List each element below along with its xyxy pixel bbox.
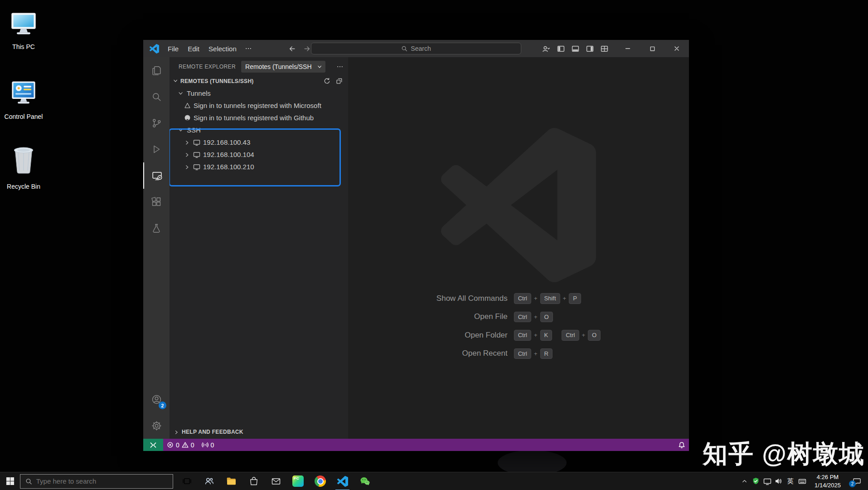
remote-scope-dropdown[interactable]: Remotes (Tunnels/SSH (241, 61, 325, 73)
help-and-feedback-section[interactable]: HELP AND FEEDBACK (170, 425, 348, 439)
minimize-icon (624, 45, 631, 52)
tree-item-ssh[interactable]: SSH (170, 124, 348, 136)
chevron-right-icon (184, 164, 190, 170)
activity-search[interactable] (143, 83, 170, 110)
maximize-button[interactable] (640, 40, 664, 57)
activity-remote-explorer[interactable] (143, 162, 170, 189)
activity-source-control[interactable] (143, 110, 170, 136)
menu-file[interactable]: File (163, 40, 183, 57)
key-chip: Ctrl (514, 348, 531, 359)
chevron-up-icon (741, 478, 748, 485)
open-new-window-icon[interactable] (336, 78, 343, 84)
dropdown-value: Remotes (Tunnels/SSH (245, 63, 317, 70)
titlebar-right (542, 40, 689, 57)
taskbar-app-pycharm[interactable]: PC (287, 472, 309, 490)
chevron-down-icon (317, 64, 323, 70)
titlebar: File Edit Selection Search (143, 40, 689, 57)
chevron-down-icon (173, 78, 179, 84)
taskbar-app-file-explorer[interactable] (220, 472, 242, 490)
shortcut-label: Open File (474, 312, 508, 321)
tree-item-host[interactable]: 192.168.100.104 (170, 148, 348, 161)
back-icon[interactable] (288, 45, 296, 53)
shortcut-label: Open Recent (462, 349, 508, 358)
remotes-section-header[interactable]: REMOTES (TUNNELS/SSH) (170, 75, 348, 87)
customize-layout-icon[interactable] (601, 45, 608, 53)
menu-edit[interactable]: Edit (183, 40, 204, 57)
taskbar-app-vscode[interactable] (331, 472, 354, 490)
close-button[interactable] (664, 40, 689, 57)
taskbar-task-view[interactable] (176, 472, 198, 490)
section-title: REMOTES (TUNNELS/SSH) (180, 78, 324, 84)
taskbar-app-chrome[interactable] (309, 472, 331, 490)
tray-language-indicator[interactable]: 英 (784, 477, 796, 485)
taskbar-app-store[interactable] (242, 472, 265, 490)
command-center-search[interactable]: Search (311, 43, 521, 54)
taskbar-clock[interactable]: 4:26 PM 1/14/2025 (808, 473, 848, 489)
tray-volume[interactable] (773, 472, 784, 490)
tree-item-signin-github[interactable]: Sign in to tunnels registered with Githu… (170, 112, 348, 124)
action-center-button[interactable]: 2 (848, 472, 866, 490)
windows-start-icon (6, 477, 15, 485)
mail-icon (271, 476, 281, 486)
tray-security[interactable] (750, 472, 761, 490)
tray-ime-keyboard[interactable] (796, 472, 808, 490)
refresh-icon[interactable] (324, 78, 330, 84)
remote-indicator[interactable] (143, 439, 163, 451)
account-menu-icon[interactable] (542, 45, 550, 53)
file-explorer-icon (226, 475, 237, 487)
taskbar-search-box[interactable] (20, 474, 173, 489)
toggle-panel-icon[interactable] (572, 45, 579, 53)
sidebar-more-actions[interactable] (336, 63, 344, 70)
security-shield-icon (752, 477, 760, 485)
desktop-screen: This PC Control Panel Recycle Bin 知乎 @树墩… (0, 0, 868, 490)
menu-selection[interactable]: Selection (204, 40, 241, 57)
status-bar: 0 0 0 (143, 439, 689, 451)
tree-item-tunnels[interactable]: Tunnels (170, 87, 348, 99)
activity-settings[interactable] (143, 412, 170, 439)
key-separator: + (534, 332, 538, 338)
error-count: 0 (176, 441, 179, 449)
tree-label: 192.168.100.104 (203, 151, 254, 158)
editor-area: Show All Commands Ctrl + Shift + P Open … (348, 57, 689, 439)
minimize-button[interactable] (616, 40, 640, 57)
desktop-icon-this-pc[interactable]: This PC (1, 9, 46, 50)
people-icon (204, 476, 214, 486)
toggle-secondary-sidebar-icon[interactable] (586, 45, 594, 53)
remote-explorer-sidebar: REMOTE EXPLORER Remotes (Tunnels/SSH REM… (170, 57, 348, 439)
forward-icon[interactable] (303, 45, 311, 53)
tree-item-signin-microsoft[interactable]: Sign in to tunnels registered with Micro… (170, 99, 348, 112)
task-view-icon (182, 476, 192, 486)
activity-explorer[interactable] (143, 57, 170, 83)
key-chip: Ctrl (562, 330, 579, 341)
notifications-bell[interactable] (674, 439, 689, 451)
account-badge: 2 (159, 402, 166, 409)
taskbar-app-wechat[interactable] (354, 472, 376, 490)
desktop-icon-recycle-bin[interactable]: Recycle Bin (1, 139, 46, 190)
menu-overflow[interactable] (241, 40, 256, 57)
keyboard-icon (798, 477, 806, 485)
key-chip: K (540, 330, 553, 341)
tree-item-host[interactable]: 192.168.100.43 (170, 136, 348, 148)
start-button[interactable] (0, 472, 20, 490)
ports-indicator[interactable]: 0 (198, 439, 218, 451)
desktop-icon-control-panel[interactable]: Control Panel (1, 76, 46, 120)
bell-icon (678, 441, 685, 449)
activity-accounts[interactable]: 2 (143, 386, 170, 412)
tree-label: SSH (187, 126, 201, 134)
vm-monitor-icon (193, 139, 200, 146)
taskbar-search-input[interactable] (36, 477, 168, 485)
activity-extensions[interactable] (143, 189, 170, 215)
problems-indicator[interactable]: 0 0 (163, 439, 198, 451)
activity-run-debug[interactable] (143, 136, 170, 162)
activity-testing[interactable] (143, 215, 170, 241)
source-control-icon (151, 118, 162, 129)
key-separator: + (582, 332, 585, 338)
taskbar-app-mail[interactable] (265, 472, 287, 490)
tray-display[interactable] (761, 472, 773, 490)
toggle-primary-sidebar-icon[interactable] (557, 45, 565, 53)
tray-expand-button[interactable] (739, 472, 750, 490)
taskbar-app-people[interactable] (198, 472, 220, 490)
key-chip: Ctrl (514, 293, 531, 304)
flask-icon (151, 223, 162, 234)
tree-item-host[interactable]: 192.168.100.210 (170, 161, 348, 173)
